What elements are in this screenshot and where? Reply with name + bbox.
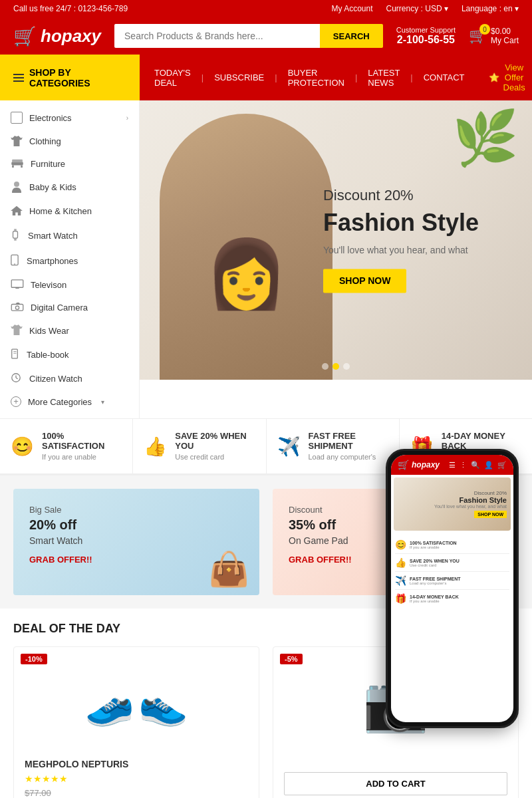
phone-cart-icon: 🛒 [497,461,507,469]
cart-label: My Cart [491,36,519,45]
nav-todays-deal[interactable]: TODAY'S DEAL [146,60,199,96]
phone-feature-money-back: 🎁 14-DAY MONEY BACK If you are unable [395,590,509,607]
shoes-image: 👟 👟 [84,681,188,728]
search-input[interactable] [114,24,320,48]
deal-price-old-1: $77.00 [25,788,248,798]
more-chevron-icon: ▾ [101,398,104,406]
electronics-icon [11,112,23,124]
nav-links: TODAY'S DEAL | SUBSCRIBE | BUYER PROTECT… [140,55,532,100]
nav-latest-news[interactable]: LATEST NEWS [360,60,408,96]
currency-selector[interactable]: Currency : USD ▾ [386,4,448,13]
svg-rect-11 [15,287,19,289]
add-cart-button-2[interactable]: ADD TO CART [284,772,507,795]
sidebar-label-electronics: Electronics [29,113,72,123]
phone-satisfaction-icon: 😊 [395,539,406,550]
feature-save-sub: Use credit card [175,453,224,461]
search-bar: SEARCH [114,24,383,48]
logo-text: hopaxy [41,26,101,47]
sidebar-label-baby-kids: Baby & Kids [29,182,76,192]
feature-save-title: SAVE 20% WHEN YOU [175,431,255,451]
phone-money-back-icon: 🎁 [395,593,406,604]
sidebar-item-smart-watch[interactable]: Smart Watch [0,223,139,248]
phone-feature-shipment: ✈️ FAST FREE SHIPMENT Load any computer'… [395,572,509,590]
svg-rect-14 [12,349,18,358]
sidebar-item-citizen-watch[interactable]: Citizen Watch [0,366,139,390]
sidebar-label-smart-watch: Smart Watch [28,231,78,241]
deal-card-shoes: -10% 👟 👟 MEGHPOLO NEPTURIS ★★★★★ $77.00 … [13,646,259,798]
sidebar-item-digital-camera[interactable]: Digital Camera [0,296,139,319]
sidebar-item-electronics[interactable]: Electronics › [0,106,139,130]
hero-banner: 👩 🌿 Discount 20% Fashion Style You'll lo… [140,100,532,380]
sidebar-label-furniture: Furniture [31,159,65,169]
sidebar-item-televison[interactable]: Televison [0,273,139,296]
sidebar-item-table-book[interactable]: Table-book [0,342,139,366]
phone-user-icon: 👤 [484,461,493,469]
promo-section: Big Sale 20% off Smart Watch GRAB OFFER!… [0,475,532,608]
sidebar-item-smartphones[interactable]: Smartphones [0,248,139,273]
nav-contact[interactable]: CONTACT [416,65,473,90]
nav-subscribe[interactable]: SUBSCRIBE [206,65,272,90]
deal-badge-1: -10% [21,654,47,664]
watch-promo-image: 👜 [208,550,249,589]
phone-save-icon: 👍 [395,557,406,568]
sidebar-label-clothing: Clothing [29,136,61,146]
phone-feature-satisfaction: 😊 100% SATISFACTION If you are unable [395,536,509,554]
more-icon: + [11,396,21,407]
my-account-link[interactable]: My Account [332,4,373,13]
shop-categories-button[interactable]: SHOP BY CATEGORIES [0,55,140,100]
banner-dots [322,363,350,370]
sidebar-label-televison: Televison [31,280,66,290]
cart-icon: 🛒 0 [469,27,487,45]
sidebar-item-clothing[interactable]: Clothing [0,130,139,152]
deal-stars-1: ★★★★★ [25,773,248,784]
banner-text: Discount 20% Fashion Style You'll love w… [323,187,479,293]
banner-model: 👩 [160,114,332,380]
tv-icon [11,279,24,290]
phone-label: Call us free 24/7 : 0123-456-789 [13,4,128,13]
phone-banner-text: Discount 20% Fashion Style You'll love w… [434,490,507,518]
sidebar-label-table-book: Table-book [27,350,69,360]
promo-watch-cta[interactable]: GRAB OFFER!! [29,555,92,565]
phone-nav-icons: ☰ ⋮ 🔍 👤 🛒 [449,461,507,469]
promo-gamepad-cta[interactable]: GRAB OFFER!! [289,555,352,565]
shop-now-button[interactable]: SHOP NOW [323,269,407,293]
sidebar-label-smartphones: Smartphones [27,256,78,266]
feature-shipment-sub: Load any computer's [309,453,376,461]
sidebar-item-home-kitchen[interactable]: Home & Kitchen [0,199,139,223]
phone-feature-save: 👍 SAVE 20% WHEN YOU Use credit card [395,554,509,572]
nav-buyer-protection[interactable]: BUYER PROTECTION [280,60,352,96]
hamburger-icon [13,74,24,82]
logo[interactable]: 🛒 hopaxy [13,25,101,47]
promo-watch-card: Big Sale 20% off Smart Watch GRAB OFFER!… [13,489,259,595]
shipment-icon: ✈️ [277,436,301,458]
phone-menu-icon: ☰ [449,461,456,469]
smart-watch-icon [11,229,21,242]
offer-deals-button[interactable]: ⭐ View Offer Deals [475,55,533,100]
promo-watch-offer: 20% off [29,517,243,533]
language-selector[interactable]: Language : en ▾ [462,4,519,13]
phone-shipment-icon: ✈️ [395,575,406,586]
more-categories[interactable]: + More Categories ▾ [0,390,139,413]
dot-3[interactable] [343,363,350,370]
phone-header: 🛒 hopaxy ☰ ⋮ 🔍 👤 🛒 [391,455,513,475]
camera-icon [11,302,24,313]
clothing-icon [11,136,23,146]
phone-features: 😊 100% SATISFACTION If you are unable 👍 … [391,533,513,610]
header: 🛒 hopaxy SEARCH Customer Support 2-100-5… [0,17,532,55]
more-categories-label: More Categories [28,397,92,407]
dot-2[interactable] [332,363,339,370]
cart-count: 0 [479,24,490,35]
sidebar-item-kids-wear[interactable]: Kids Wear [0,319,139,342]
cart[interactable]: 🛒 0 $0.00 My Cart [469,27,519,45]
navbar: SHOP BY CATEGORIES TODAY'S DEAL | SUBSCR… [0,55,532,100]
support-number: 2-100-56-55 [396,34,456,46]
sidebar-item-baby-kids[interactable]: Baby & Kids [0,175,139,199]
top-bar: Call us free 24/7 : 0123-456-789 My Acco… [0,0,532,17]
search-button[interactable]: SEARCH [320,24,383,48]
sidebar-item-furniture[interactable]: Furniture [0,152,139,175]
leaf-decoration: 🌿 [452,107,519,170]
logo-icon: 🛒 [13,25,37,47]
deal-badge-2: -5% [280,654,303,664]
svg-point-9 [14,263,15,265]
dot-1[interactable] [322,363,329,370]
